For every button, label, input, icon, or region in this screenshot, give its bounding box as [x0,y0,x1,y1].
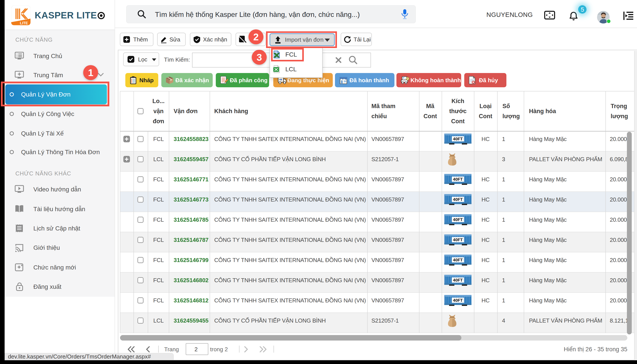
svg-text:40FT: 40FT [453,197,463,202]
svg-text:40FT: 40FT [453,217,463,222]
svg-text:40FT: 40FT [453,136,463,141]
svg-text:40FT: 40FT [453,238,463,242]
svg-text:40FT: 40FT [453,177,463,182]
svg-text:40FT: 40FT [453,278,463,282]
svg-text:40FT: 40FT [453,258,463,262]
svg-text:40FT: 40FT [453,298,463,302]
svg-text:LITE: LITE [20,21,28,25]
